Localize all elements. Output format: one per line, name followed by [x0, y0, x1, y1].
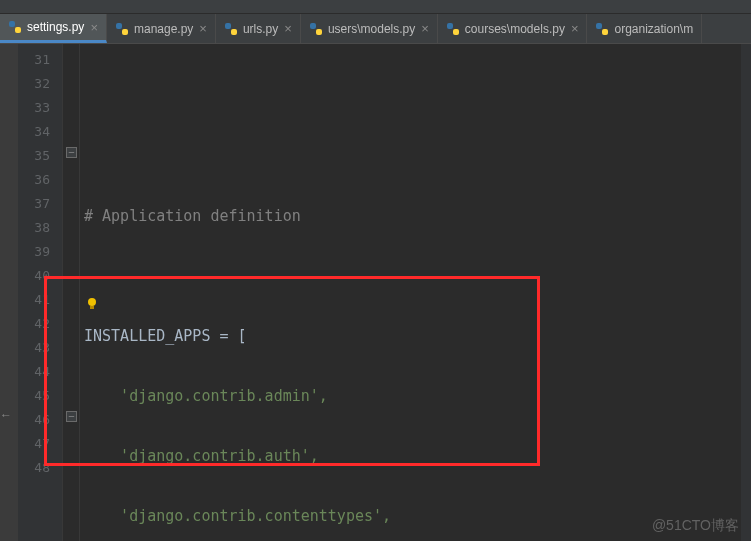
code-line — [80, 84, 751, 108]
tab-label: users\models.py — [328, 22, 415, 36]
close-icon[interactable]: × — [199, 21, 207, 36]
svg-rect-10 — [596, 23, 602, 29]
tab-manage-py[interactable]: manage.py × — [107, 14, 216, 43]
line-number: 44 — [18, 360, 62, 384]
line-number: 40 — [18, 264, 62, 288]
close-icon[interactable]: × — [284, 21, 292, 36]
tab-urls-py[interactable]: urls.py × — [216, 14, 301, 43]
code-line — [80, 144, 751, 168]
svg-rect-8 — [447, 23, 453, 29]
line-number: 43 — [18, 336, 62, 360]
svg-rect-5 — [231, 29, 237, 35]
code-editor[interactable]: 31 32 33 34 35 36 37 38 39 40 41 42 43 4… — [0, 44, 751, 541]
window-top-strip — [0, 0, 751, 14]
close-icon[interactable]: × — [421, 21, 429, 36]
close-icon[interactable]: × — [571, 21, 579, 36]
tab-label: courses\models.py — [465, 22, 565, 36]
intention-bulb-icon[interactable] — [85, 297, 99, 311]
line-number: 41 — [18, 288, 62, 312]
tab-organization-models-py[interactable]: organization\m — [587, 14, 702, 43]
tab-label: urls.py — [243, 22, 278, 36]
watermark-text: @51CTO博客 — [652, 517, 739, 535]
svg-rect-3 — [122, 29, 128, 35]
code-line-comment: # Application definition — [80, 204, 751, 228]
svg-rect-13 — [90, 306, 94, 309]
code-line-string: 'django.contrib.contenttypes', — [80, 504, 751, 528]
tab-settings-py[interactable]: settings.py × — [0, 14, 107, 43]
tab-courses-models-py[interactable]: courses\models.py × — [438, 14, 588, 43]
line-number: 34 — [18, 120, 62, 144]
code-content[interactable]: # Application definition INSTALLED_APPS … — [80, 44, 751, 541]
line-number: 36 — [18, 168, 62, 192]
svg-rect-11 — [602, 29, 608, 35]
svg-rect-6 — [310, 23, 316, 29]
code-line: INSTALLED_APPS = [ — [80, 324, 751, 348]
line-number: 38 — [18, 216, 62, 240]
line-number: 31 — [18, 48, 62, 72]
svg-rect-7 — [316, 29, 322, 35]
line-number: 46 — [18, 408, 62, 432]
line-number: 47 — [18, 432, 62, 456]
tab-label: organization\m — [614, 22, 693, 36]
python-file-icon — [595, 22, 609, 36]
line-number: 33 — [18, 96, 62, 120]
line-number: 48 — [18, 456, 62, 480]
svg-rect-2 — [116, 23, 122, 29]
fold-collapse-icon[interactable]: – — [66, 147, 77, 158]
code-line-string: 'django.contrib.auth', — [80, 444, 751, 468]
svg-rect-0 — [9, 21, 15, 27]
fold-expand-icon[interactable]: – — [66, 411, 77, 422]
close-icon[interactable]: × — [90, 20, 98, 35]
python-file-icon — [115, 22, 129, 36]
line-number: 45 — [18, 384, 62, 408]
svg-point-12 — [88, 298, 96, 306]
line-number-gutter: 31 32 33 34 35 36 37 38 39 40 41 42 43 4… — [18, 44, 62, 541]
line-number: 35 — [18, 144, 62, 168]
change-marker-gutter — [0, 44, 18, 541]
python-file-icon — [446, 22, 460, 36]
editor-tab-bar: settings.py × manage.py × urls.py × user… — [0, 14, 751, 44]
scrollbar-marker-strip[interactable] — [741, 44, 751, 541]
code-line-string: 'django.contrib.admin', — [80, 384, 751, 408]
svg-rect-1 — [15, 27, 21, 33]
fold-gutter: – – — [62, 44, 80, 541]
line-number: 42 — [18, 312, 62, 336]
tab-label: settings.py — [27, 20, 84, 34]
svg-rect-9 — [453, 29, 459, 35]
line-number: 39 — [18, 240, 62, 264]
tab-label: manage.py — [134, 22, 193, 36]
python-file-icon — [224, 22, 238, 36]
svg-rect-4 — [225, 23, 231, 29]
python-file-icon — [309, 22, 323, 36]
python-file-icon — [8, 20, 22, 34]
code-line — [80, 264, 751, 288]
line-number: 37 — [18, 192, 62, 216]
tab-users-models-py[interactable]: users\models.py × — [301, 14, 438, 43]
line-number: 32 — [18, 72, 62, 96]
gutter-arrow-icon: ← — [0, 408, 12, 422]
